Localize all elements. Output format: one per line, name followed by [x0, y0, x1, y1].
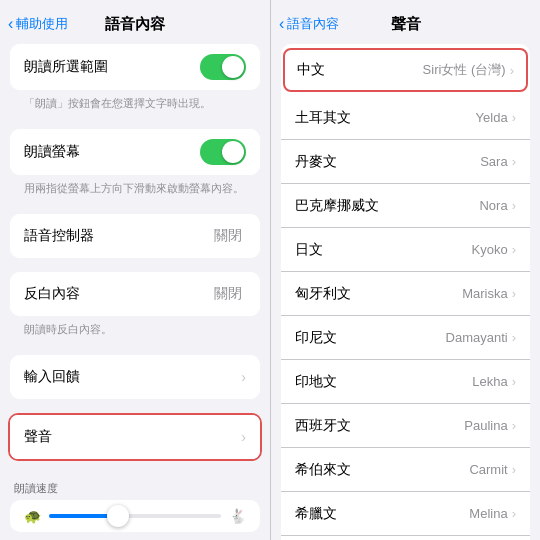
voice-label: Melina [469, 506, 507, 521]
language-item[interactable]: 巴克摩挪威文Nora› [281, 184, 530, 228]
language-item[interactable]: 希伯來文Carmit› [281, 448, 530, 492]
voice-label: Mariska [462, 286, 508, 301]
toggle-knob-2 [222, 141, 244, 163]
language-label: 日文 [295, 241, 472, 259]
language-label: 丹麥文 [295, 153, 480, 171]
language-chevron-icon: › [512, 242, 516, 257]
voice-label: Carmit [469, 462, 507, 477]
reading-speed-section: 朗讀速度 🐢 🐇 [0, 475, 270, 532]
highlight-item[interactable]: 反白內容 關閉 [10, 272, 260, 316]
highlight-value: 關閉 [214, 285, 242, 303]
language-label: 希臘文 [295, 505, 469, 523]
read-selection-group: 朗讀所選範圍 [10, 44, 260, 90]
right-nav-title: 聲音 [391, 15, 421, 34]
language-label: 匈牙利文 [295, 285, 462, 303]
language-item[interactable]: 印地文Lekha› [281, 360, 530, 404]
voice-label: Yelda [476, 110, 508, 125]
sound-group-highlighted: 聲音 › [8, 413, 262, 461]
language-chevron-icon: › [512, 418, 516, 433]
voice-control-group: 語音控制器 關閉 [10, 214, 260, 258]
sound-item[interactable]: 聲音 › [10, 415, 260, 459]
language-label: 印尼文 [295, 329, 446, 347]
read-screen-subtext: 用兩指從螢幕上方向下滑動來啟動螢幕內容。 [10, 179, 260, 204]
reading-speed-header: 朗讀速度 [10, 475, 260, 500]
language-list: 中文Siri女性 (台灣)›土耳其文Yelda›丹麥文Sara›巴克摩挪威文No… [271, 44, 540, 540]
voice-label: Kyoko [472, 242, 508, 257]
right-back-label: 語音內容 [287, 15, 339, 33]
left-panel: ‹ 輔助使用 語音內容 朗讀所選範圍 「朗讀」按鈕會在您選擇文字時出現。 朗讀螢… [0, 0, 270, 540]
input-feedback-item[interactable]: 輸入回饋 › [10, 355, 260, 399]
voice-control-label: 語音控制器 [24, 227, 214, 245]
read-selection-subtext: 「朗讀」按鈕會在您選擇文字時出現。 [10, 94, 260, 119]
rabbit-icon: 🐇 [229, 508, 246, 524]
input-feedback-chevron-icon: › [241, 369, 246, 385]
language-label: 西班牙文 [295, 417, 464, 435]
read-screen-group: 朗讀螢幕 [10, 129, 260, 175]
read-screen-item[interactable]: 朗讀螢幕 [10, 129, 260, 175]
left-back-label: 輔助使用 [16, 15, 68, 33]
left-nav-title: 語音內容 [105, 15, 165, 34]
speed-slider-track[interactable] [49, 514, 221, 518]
voice-label: Paulina [464, 418, 507, 433]
highlight-group: 反白內容 關閉 [10, 272, 260, 316]
language-group: 中文Siri女性 (台灣)›土耳其文Yelda›丹麥文Sara›巴克摩挪威文No… [281, 44, 530, 540]
speed-slider-thumb[interactable] [107, 505, 129, 527]
left-back-button[interactable]: ‹ 輔助使用 [8, 15, 68, 33]
right-panel: ‹ 語音內容 聲音 中文Siri女性 (台灣)›土耳其文Yelda›丹麥文Sar… [270, 0, 540, 540]
language-chevron-icon: › [512, 110, 516, 125]
read-selection-item[interactable]: 朗讀所選範圍 [10, 44, 260, 90]
language-chevron-icon: › [512, 462, 516, 477]
language-item[interactable]: 土耳其文Yelda› [281, 96, 530, 140]
language-item[interactable]: 法文Thomas› [281, 536, 530, 540]
read-screen-label: 朗讀螢幕 [24, 143, 200, 161]
right-back-button[interactable]: ‹ 語音內容 [279, 15, 339, 33]
voice-label: Siri女性 (台灣) [423, 61, 506, 79]
right-back-chevron-icon: ‹ [279, 15, 284, 33]
input-feedback-group: 輸入回饋 › [10, 355, 260, 399]
sound-chevron-icon: › [241, 429, 246, 445]
language-item[interactable]: 丹麥文Sara› [281, 140, 530, 184]
language-item[interactable]: 希臘文Melina› [281, 492, 530, 536]
voice-control-item[interactable]: 語音控制器 關閉 [10, 214, 260, 258]
read-selection-label: 朗讀所選範圍 [24, 58, 200, 76]
voice-label: Sara [480, 154, 507, 169]
read-screen-toggle[interactable] [200, 139, 246, 165]
language-chevron-icon: › [510, 63, 514, 78]
voice-label: Nora [479, 198, 507, 213]
language-item[interactable]: 日文Kyoko› [281, 228, 530, 272]
language-label: 土耳其文 [295, 109, 476, 127]
read-selection-toggle[interactable] [200, 54, 246, 80]
highlight-label: 反白內容 [24, 285, 214, 303]
voice-control-value: 關閉 [214, 227, 242, 245]
language-chevron-icon: › [512, 198, 516, 213]
voice-label: Damayanti [446, 330, 508, 345]
language-item[interactable]: 匈牙利文Mariska› [281, 272, 530, 316]
back-chevron-icon: ‹ [8, 15, 13, 33]
language-chevron-icon: › [512, 374, 516, 389]
language-chevron-icon: › [512, 286, 516, 301]
voice-label: Lekha [472, 374, 507, 389]
turtle-icon: 🐢 [24, 508, 41, 524]
language-label: 中文 [297, 61, 423, 79]
input-feedback-label: 輸入回饋 [24, 368, 241, 386]
right-nav-bar: ‹ 語音內容 聲音 [271, 0, 540, 44]
language-item[interactable]: 印尼文Damayanti› [281, 316, 530, 360]
language-chevron-icon: › [512, 506, 516, 521]
language-chevron-icon: › [512, 154, 516, 169]
toggle-knob [222, 56, 244, 78]
reading-speed-group: 🐢 🐇 [10, 500, 260, 532]
language-item[interactable]: 中文Siri女性 (台灣)› [283, 48, 528, 92]
speed-slider-container: 🐢 🐇 [10, 500, 260, 532]
language-label: 巴克摩挪威文 [295, 197, 479, 215]
sound-label: 聲音 [24, 428, 241, 446]
highlight-subtext: 朗讀時反白內容。 [10, 320, 260, 345]
language-label: 印地文 [295, 373, 472, 391]
language-item[interactable]: 西班牙文Paulina› [281, 404, 530, 448]
language-chevron-icon: › [512, 330, 516, 345]
language-label: 希伯來文 [295, 461, 469, 479]
left-nav-bar: ‹ 輔助使用 語音內容 [0, 0, 270, 44]
